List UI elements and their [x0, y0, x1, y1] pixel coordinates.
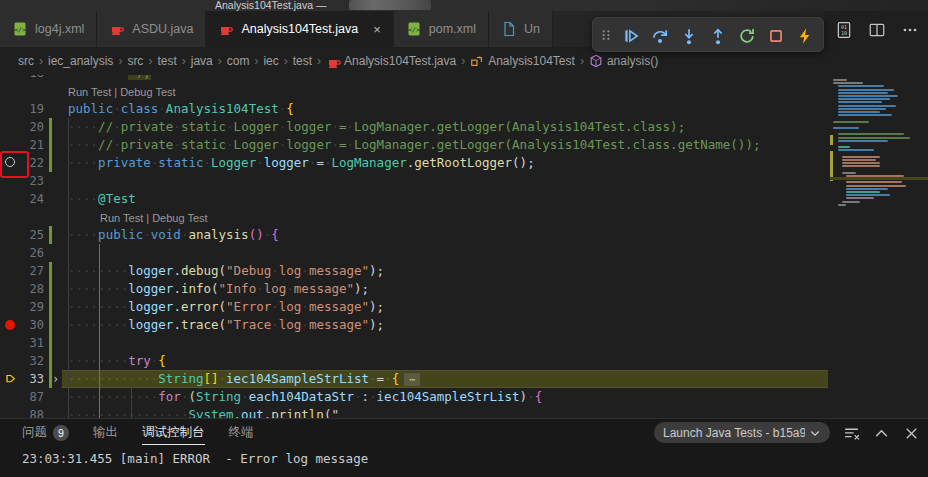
- code-text[interactable]: ········logger.trace("Trace·log·message"…: [68, 316, 384, 334]
- tab-un[interactable]: Un: [489, 11, 553, 47]
- debug-toolbar: [592, 17, 824, 52]
- breadcrumb-label: src: [18, 54, 34, 68]
- hot-code-replace-icon: [796, 27, 812, 43]
- minimap-line: [838, 137, 910, 139]
- code-line: 21····//·private·static·Logger·logger·=·…: [0, 136, 830, 154]
- code-text[interactable]: ············for·(String·each104DataStr·:…: [68, 388, 542, 406]
- tab-log4j-xml[interactable]: </>log4j.xml: [0, 11, 97, 47]
- code-text[interactable]: ····private·static·Logger·logger·=·LogMa…: [68, 154, 535, 172]
- panel-tab-问题[interactable]: 问题9: [22, 419, 69, 446]
- breadcrumb-item-java[interactable]: java: [191, 54, 213, 68]
- debug-session-dropdown[interactable]: Launch Java Tests - b15a9e: [654, 422, 830, 443]
- codelens-run-debug-test[interactable]: Run Test | Debug Test: [100, 209, 208, 227]
- folded-code-ellipsis[interactable]: ⋯: [404, 373, 420, 386]
- breadcrumb-item-iec[interactable]: iec: [263, 54, 278, 68]
- minimap-line: [846, 194, 890, 196]
- code-line: 31: [0, 334, 830, 352]
- step-out-button[interactable]: [704, 22, 730, 48]
- tab-asdu-java[interactable]: ASDU.java: [97, 11, 206, 47]
- breadcrumb-separator: ›: [182, 54, 186, 68]
- chevron-right-icon[interactable]: ›: [52, 370, 59, 388]
- class-sym-icon: [470, 54, 484, 68]
- panel-tab-调试控制台[interactable]: 调试控制台: [142, 419, 205, 446]
- drag-handle-icon: [599, 27, 615, 43]
- code-text[interactable]: ····//·private·static·Logger·logger·=·Lo…: [68, 136, 760, 154]
- split-editor-button[interactable]: [867, 20, 885, 38]
- debug-console-output: 23:03:31.455 [main] ERROR - Error log me…: [0, 446, 928, 466]
- line-number: 26: [0, 244, 44, 262]
- tab-label: ASDU.java: [132, 22, 193, 36]
- more-actions-icon: [901, 21, 917, 37]
- breadcrumb-separator: ›: [39, 54, 43, 68]
- code-line: 28········logger.info("Info·log·message"…: [0, 280, 830, 298]
- code-text[interactable]: ················System.out.println(": [68, 406, 339, 418]
- breadcrumb-item-analysis-[interactable]: analysis(): [589, 54, 658, 68]
- panel-tab-终端[interactable]: 终端: [229, 419, 254, 446]
- minimap-line: [838, 133, 904, 135]
- continue-button[interactable]: [617, 22, 643, 48]
- breadcrumb-item-test[interactable]: test: [293, 54, 312, 68]
- minimap-line: [838, 92, 888, 94]
- breadcrumb-item-src[interactable]: src: [127, 54, 143, 68]
- indent-guide: [131, 370, 132, 418]
- stop-icon: [767, 27, 783, 43]
- breadcrumb-item-test[interactable]: test: [157, 54, 176, 68]
- breadcrumb-label: Analysis104Test: [488, 54, 575, 68]
- stop-button[interactable]: [762, 22, 788, 48]
- step-into-button[interactable]: [675, 22, 701, 48]
- code-text[interactable]: ············String[]·iec104SampleStrList…: [68, 370, 420, 389]
- code-line: 27········logger.debug("Debug·log·messag…: [0, 262, 830, 280]
- breadcrumb-label: src: [127, 54, 143, 68]
- step-over-button[interactable]: [646, 22, 672, 48]
- code-line: 33›············String[]·iec104SampleStrL…: [0, 370, 830, 388]
- minimap-line: [842, 201, 860, 203]
- code-text[interactable]: ········logger.error("Error·log·message"…: [68, 298, 384, 316]
- breadcrumb-item-iec-analysis[interactable]: iec_analysis: [48, 54, 113, 68]
- tab-pom-xml[interactable]: </>pom.xml: [394, 11, 489, 47]
- drag-handle[interactable]: [599, 22, 614, 48]
- code-text[interactable]: ····//·private·static·Logger·logger·=·Lo…: [68, 118, 685, 136]
- tab-label: Un: [524, 22, 540, 36]
- minimap-line: [833, 82, 863, 84]
- code-text[interactable]: public·class·Analysis104Test·{: [68, 100, 294, 118]
- breadcrumb-item-src[interactable]: src: [18, 54, 34, 68]
- breadcrumb-item-com[interactable]: com: [227, 54, 250, 68]
- close-panel-icon: [903, 425, 919, 441]
- code-text[interactable]: ········logger.info("Info·log·message");: [68, 280, 369, 298]
- step-out-icon: [709, 27, 725, 43]
- code-line: 23: [0, 172, 830, 190]
- code-line: 88················System.out.println(": [0, 406, 830, 418]
- close-tab-icon[interactable]: ×: [373, 22, 381, 37]
- line-number: 33: [0, 370, 44, 388]
- panel-tab-输出[interactable]: 输出: [93, 419, 118, 446]
- code-text[interactable]: ····@Test: [68, 190, 136, 208]
- breadcrumb-separator: ›: [118, 54, 122, 68]
- maximize-panel-button[interactable]: [872, 424, 890, 442]
- open-changes-button[interactable]: 0110: [834, 20, 852, 38]
- clear-console-icon: [843, 425, 859, 441]
- code-text[interactable]: ····public·void·analysis()·{: [68, 226, 279, 244]
- restart-button[interactable]: [733, 22, 759, 48]
- more-actions-button[interactable]: [900, 20, 918, 38]
- code-text[interactable]: ········");: [68, 75, 151, 82]
- minimap-line: [838, 105, 896, 107]
- code-text[interactable]: ········logger.debug("Debug·log·message"…: [68, 262, 384, 280]
- line-number: 19: [0, 100, 44, 118]
- editor-actions: 0110: [824, 11, 928, 47]
- minimap[interactable]: [830, 75, 928, 418]
- line-number: 18: [0, 75, 44, 82]
- gutter-change-indicator: [49, 118, 52, 136]
- tab-label: pom.xml: [429, 22, 476, 36]
- codelens-run-debug-test[interactable]: Run Test | Debug Test: [68, 83, 176, 101]
- hot-code-replace-button[interactable]: [791, 22, 817, 48]
- minimap-line: [846, 191, 880, 193]
- breadcrumb-item-analysis104test[interactable]: Analysis104Test: [470, 54, 575, 68]
- clear-console-button[interactable]: [842, 424, 860, 442]
- close-panel-button[interactable]: [902, 424, 920, 442]
- code-line: 32········try·{: [0, 352, 830, 370]
- breadcrumb-item-analysis104test-java[interactable]: Analysis104Test.java: [326, 54, 456, 68]
- code-area: 18········");Run Test | Debug Test19publ…: [0, 75, 830, 418]
- code-text[interactable]: ········try·{: [68, 352, 166, 370]
- tab-analysis104test-java[interactable]: Analysis104Test.java×: [206, 11, 393, 47]
- window-titlebar: Analysis104Test.java —: [0, 0, 928, 11]
